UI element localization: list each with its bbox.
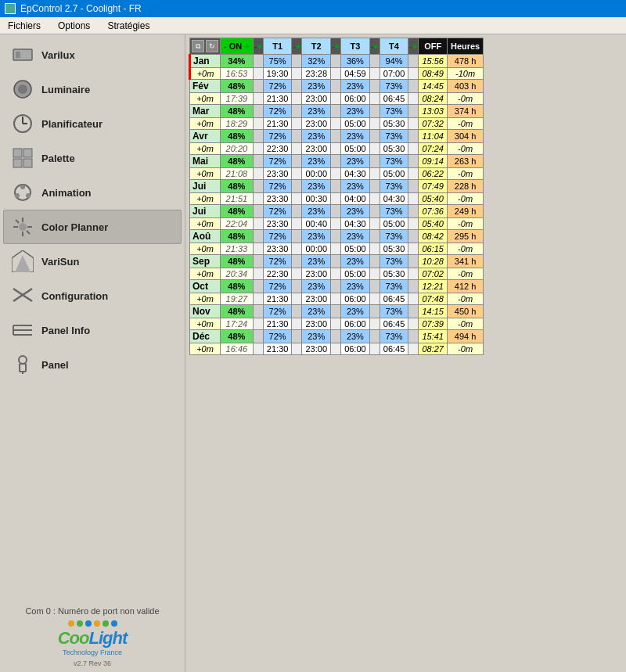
- r-t2-3: 23:00: [302, 143, 331, 155]
- sep3-7: [331, 230, 341, 243]
- t1-pct-10: 72%: [263, 305, 292, 318]
- sep4-9: [369, 280, 380, 293]
- t1-pct-9: 72%: [263, 280, 292, 293]
- on-pct-0: 34%: [221, 55, 254, 68]
- sep1-4: [253, 155, 263, 168]
- sep5-9: [408, 280, 419, 293]
- sep2-4: [292, 155, 302, 168]
- sidebar-footer: Com 0 : Numéro de port non valide CooLig…: [3, 602, 182, 672]
- menu-fichiers[interactable]: Fichiers: [3, 19, 45, 33]
- sep4-1: [369, 80, 380, 93]
- r-t1-0: 19:30: [263, 68, 292, 80]
- hrs-5: 228 h: [447, 180, 483, 193]
- menu-strategies[interactable]: Stratégies: [103, 19, 154, 33]
- on-pct-10: 48%: [221, 305, 254, 318]
- r-sep3-6: [331, 218, 341, 230]
- sidebar-item-colorplanner[interactable]: Color Planner: [3, 210, 182, 244]
- on-pct-9: 48%: [221, 280, 254, 293]
- r-t3-6: 04:30: [341, 218, 370, 230]
- r-sep4-2: [369, 118, 380, 130]
- r-t4-0: 07:00: [380, 68, 408, 80]
- sep3-8: [331, 255, 341, 268]
- mname-11: Déc: [190, 330, 221, 343]
- sidebar-item-animation[interactable]: Animation: [3, 175, 182, 210]
- header-sep1: -+: [253, 38, 263, 55]
- copy-icon[interactable]: ⧉: [192, 40, 204, 52]
- r-t2-1: 23:00: [302, 93, 331, 105]
- off-start-11: 16:46: [221, 343, 254, 355]
- t2-pct-3: 23%: [302, 130, 331, 143]
- r-sep2-4: [292, 168, 302, 180]
- sidebar-item-luminaire[interactable]: Luminaire: [3, 72, 182, 106]
- r-sep3-1: [331, 93, 341, 105]
- header-sep2: -+: [292, 38, 302, 55]
- varisun-label: VariSun: [41, 256, 79, 268]
- menu-options[interactable]: Options: [53, 19, 95, 33]
- month-main-row-7: Aoû 48% 72% 23% 23% 73% 08:42 295 h: [190, 230, 484, 243]
- sidebar-item-palette[interactable]: Palette: [3, 141, 182, 175]
- colorplanner-icon: [10, 214, 35, 239]
- sep4-6: [369, 205, 380, 218]
- r-sep1-0: [253, 68, 263, 80]
- r-sep1-6: [253, 218, 263, 230]
- menu-bar: Fichiers Options Stratégies: [0, 17, 626, 34]
- sidebar-item-configuration[interactable]: Configuration: [3, 279, 182, 313]
- r-sep4-3: [369, 143, 380, 155]
- r-t4-7: 05:30: [380, 243, 408, 255]
- mname-5: Jui: [190, 180, 221, 193]
- sep5-1: [408, 80, 419, 93]
- r-on-9: 07:48: [419, 293, 448, 305]
- r-on-5: 05:40: [419, 193, 448, 205]
- off-label-3: +0m: [190, 143, 221, 155]
- off-start-2: 18:29: [221, 118, 254, 130]
- sep2-5: [292, 180, 302, 193]
- sidebar-item-planificateur[interactable]: Planificateur: [3, 106, 182, 141]
- t4-pct-10: 73%: [380, 305, 408, 318]
- off-label-4: +0m: [190, 168, 221, 180]
- month-main-row-2: Mar 48% 72% 23% 23% 73% 13:03 374 h: [190, 105, 484, 118]
- hrs-1: 403 h: [447, 80, 483, 93]
- sidebar-item-varisun[interactable]: VariSun: [3, 244, 182, 279]
- mname-9: Oct: [190, 280, 221, 293]
- sep5-10: [408, 305, 419, 318]
- r-sep5-9: [408, 293, 419, 305]
- r-sep1-3: [253, 143, 263, 155]
- t4-pct-9: 73%: [380, 280, 408, 293]
- on-pct-2: 48%: [221, 105, 254, 118]
- off-t-2: 13:03: [419, 105, 448, 118]
- header-t1: T1: [263, 38, 292, 55]
- varilux-label: Varilux: [41, 49, 75, 61]
- t1-pct-4: 72%: [263, 155, 292, 168]
- offset-row-9: +0m 19:27 21:30 23:00 06:00 06:45 07:48 …: [190, 293, 484, 305]
- sidebar-item-varilux[interactable]: Varilux: [3, 38, 182, 72]
- r-t1-2: 21:30: [263, 118, 292, 130]
- r-t3-2: 05:00: [341, 118, 370, 130]
- sidebar-item-panelinfo[interactable]: Panel Info: [3, 313, 182, 347]
- r-t4-3: 05:30: [380, 143, 408, 155]
- sep4-2: [369, 105, 380, 118]
- sep2-10: [292, 305, 302, 318]
- r-on-11: 08:27: [419, 343, 448, 355]
- r-t3-10: 06:00: [341, 318, 370, 330]
- offset-row-3: +0m 20:20 22:30 23:00 05:00 05:30 07:24 …: [190, 143, 484, 155]
- r-sep1-1: [253, 93, 263, 105]
- off-start-5: 21:51: [221, 193, 254, 205]
- svg-rect-8: [23, 149, 32, 157]
- sep4-11: [369, 330, 380, 343]
- r-sep3-3: [331, 143, 341, 155]
- refresh-icon[interactable]: ↻: [206, 40, 218, 52]
- r-t1-8: 22:30: [263, 268, 292, 280]
- t4-pct-6: 73%: [380, 205, 408, 218]
- t4-pct-1: 73%: [380, 80, 408, 93]
- panel-label: Panel: [41, 359, 69, 371]
- on-pct-1: 48%: [221, 80, 254, 93]
- r-sep5-8: [408, 268, 419, 280]
- month-main-row-8: Sep 48% 72% 23% 23% 73% 10:28 341 h: [190, 255, 484, 268]
- sidebar-item-panel[interactable]: Panel: [3, 347, 182, 382]
- t3-pct-8: 23%: [341, 255, 370, 268]
- r-sep5-10: [408, 318, 419, 330]
- off-label-8: +0m: [190, 268, 221, 280]
- table-container[interactable]: ⧉ ↻ - ON + -+ T1: [189, 38, 623, 669]
- month-main-row-1: Fév 48% 72% 23% 23% 73% 14:45 403 h: [190, 80, 484, 93]
- r-sep3-5: [331, 193, 341, 205]
